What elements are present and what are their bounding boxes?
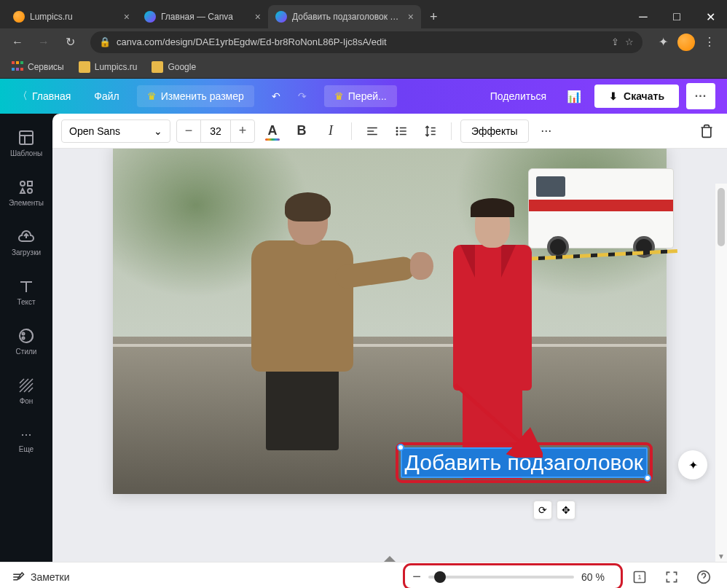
minimize-button[interactable]: ─ [626, 5, 660, 28]
effects-button[interactable]: Эффекты [460, 119, 529, 143]
sidebar-item-elements[interactable]: Элементы [0, 169, 52, 216]
close-button[interactable]: ✕ [693, 5, 727, 28]
svg-point-6 [23, 332, 25, 334]
subtitle-text[interactable]: Добавить подзаголовок [405, 450, 643, 474]
reload-button[interactable]: ↻ [58, 31, 82, 54]
file-menu[interactable]: Файл [88, 86, 125, 106]
sidebar-label: Элементы [9, 199, 44, 207]
expand-pages-button[interactable] [384, 556, 396, 562]
profile-avatar[interactable] [677, 34, 695, 51]
svg-rect-4 [28, 181, 32, 186]
sidebar-item-styles[interactable]: Стили [0, 318, 52, 364]
grid-icon: 1 [632, 570, 647, 584]
zoom-control: − 60 % [406, 567, 619, 587]
home-label: Главная [32, 90, 71, 102]
resize-handle[interactable] [397, 444, 404, 451]
browser-tab[interactable]: Главная — Canva × [137, 5, 268, 28]
sparkle-icon: ✦ [688, 458, 698, 472]
svg-rect-0 [20, 131, 33, 144]
italic-button[interactable]: I [319, 119, 342, 143]
list-icon [395, 125, 408, 138]
transfer-button[interactable]: ♛ Перей... [324, 85, 397, 107]
sidebar-item-templates[interactable]: Шаблоны [0, 119, 52, 166]
star-icon[interactable]: ☆ [625, 36, 634, 47]
spacing-button[interactable] [419, 119, 442, 143]
notes-button[interactable]: Заметки [12, 571, 70, 584]
back-button[interactable]: ← [6, 31, 29, 54]
zoom-value[interactable]: 60 % [581, 571, 613, 583]
sidebar-item-text[interactable]: Текст [0, 268, 52, 315]
resize-label: Изменить размер [161, 90, 244, 102]
analytics-button[interactable]: 📊 [561, 85, 587, 108]
zoom-slider[interactable] [428, 576, 574, 579]
resize-button[interactable]: ♛ Изменить размер [137, 85, 254, 107]
subtitle-text-element[interactable]: Добавить подзаголовок [401, 447, 648, 478]
redo-button[interactable]: ↷ [292, 86, 313, 106]
sidebar-label: Фон [20, 397, 34, 405]
sidebar-item-uploads[interactable]: Загрузки [0, 219, 52, 265]
share-icon[interactable]: ⇪ [611, 36, 619, 47]
more-text-options[interactable]: ··· [535, 119, 558, 143]
tab-close-icon[interactable]: × [255, 11, 261, 23]
tab-close-icon[interactable]: × [408, 11, 414, 23]
align-button[interactable] [361, 119, 384, 143]
svg-line-9 [20, 379, 28, 388]
canvas[interactable]: Добавить подзаголовок ✦ ⟳ ✥ [113, 149, 667, 494]
share-button[interactable]: Поделиться [483, 86, 554, 106]
magic-button[interactable]: ✦ [678, 450, 707, 479]
sidebar-item-more[interactable]: ··· Еще [0, 417, 52, 463]
list-button[interactable] [390, 119, 413, 143]
browser-tab[interactable]: Lumpics.ru × [6, 5, 137, 28]
font-size-decrease[interactable]: − [177, 120, 200, 142]
scrollbar-thumb[interactable] [718, 188, 725, 246]
sidebar-item-background[interactable]: Фон [0, 367, 52, 414]
new-tab-button[interactable]: + [421, 5, 447, 28]
maximize-button[interactable]: □ [660, 5, 693, 28]
delete-button[interactable] [695, 119, 718, 143]
home-button[interactable]: 〈 Главная [12, 85, 76, 107]
zoom-out-button[interactable]: − [412, 568, 421, 585]
scroll-down-icon[interactable]: ▼ [715, 550, 727, 562]
browser-tab-active[interactable]: Добавить подзаголовок — 12 × [268, 5, 421, 28]
apps-grid-icon [12, 61, 23, 73]
grid-view-button[interactable]: 1 [628, 565, 651, 589]
crown-icon: ♛ [147, 90, 157, 102]
bookmark-folder[interactable]: Google [146, 58, 202, 76]
text-color-button[interactable]: A [261, 119, 284, 143]
menu-button[interactable]: ⋮ [698, 31, 721, 54]
undo-redo-group: ↶ ↷ [266, 86, 313, 106]
help-button[interactable] [692, 565, 715, 589]
bold-button[interactable]: B [290, 119, 313, 143]
uploads-icon [17, 228, 35, 246]
download-button[interactable]: ⬇ Скачать [594, 85, 679, 108]
browser-nav-bar: ← → ↻ 🔒 canva.com/design/DAE1yrbEgdw/Ed-… [0, 28, 727, 55]
sidebar-label: Еще [19, 445, 34, 453]
undo-button[interactable]: ↶ [266, 86, 286, 106]
download-icon: ⬇ [609, 90, 618, 102]
canvas-area[interactable]: Добавить подзаголовок ✦ ⟳ ✥ ▲ ▼ [52, 149, 727, 562]
extensions-button[interactable]: ✦ [651, 31, 675, 54]
bookmark-folder[interactable]: Lumpics.ru [73, 58, 144, 76]
bookmark-apps[interactable]: Сервисы [6, 58, 70, 76]
fullscreen-button[interactable] [660, 565, 683, 589]
vertical-scrollbar[interactable]: ▲ ▼ [715, 184, 727, 562]
resize-handle[interactable] [644, 474, 651, 482]
trash-icon [699, 124, 714, 138]
font-size-increase[interactable]: + [231, 120, 254, 142]
address-bar[interactable]: 🔒 canva.com/design/DAE1yrbEgdw/Ed-br8RoN… [90, 31, 642, 53]
tab-title: Lumpics.ru [30, 12, 119, 22]
more-options-button[interactable]: ··· [686, 83, 715, 109]
move-button[interactable]: ✥ [557, 501, 575, 520]
tab-close-icon[interactable]: × [124, 11, 130, 23]
favicon-icon [13, 11, 25, 23]
zoom-slider-thumb[interactable] [434, 571, 446, 583]
forward-button[interactable]: → [32, 31, 55, 54]
font-size-input[interactable]: 32 [200, 120, 231, 142]
font-family-select[interactable]: Open Sans ⌄ [61, 119, 170, 143]
toolbar-divider [451, 122, 452, 140]
rotate-button[interactable]: ⟳ [533, 501, 552, 520]
fullscreen-icon [664, 570, 679, 584]
favicon-icon [144, 11, 156, 23]
tab-title: Добавить подзаголовок — 12 [292, 12, 403, 22]
align-icon [366, 125, 379, 138]
